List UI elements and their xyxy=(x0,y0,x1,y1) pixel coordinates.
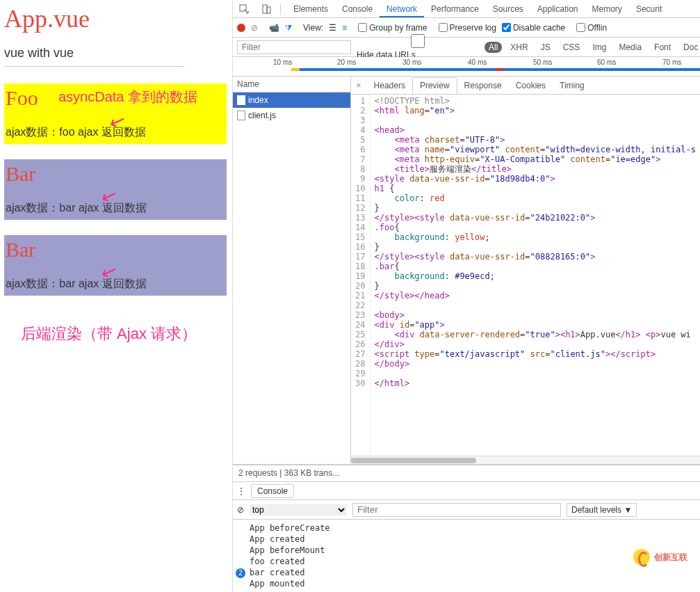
filter-css[interactable]: CSS xyxy=(559,42,585,53)
line-gutter: 1 2 3 4 5 6 7 8 9 10 11 12 13 14 15 16 1… xyxy=(351,95,371,456)
camera-icon[interactable]: 📹 xyxy=(269,23,279,33)
detail-tab-response[interactable]: Response xyxy=(457,78,509,93)
drawer-menu-icon[interactable]: ⋮ xyxy=(237,486,245,496)
file-icon xyxy=(237,95,245,105)
page-subtitle: vue with vue xyxy=(4,46,228,61)
hide-data-urls-checkbox[interactable]: Hide data URLs xyxy=(357,34,479,60)
type-filters: All XHR JS CSS Img Media Font Doc WS Man… xyxy=(485,42,700,53)
devtools-tabbar: Elements Console Network Performance Sou… xyxy=(233,0,700,18)
devtools-panel: Elements Console Network Performance Sou… xyxy=(233,0,700,592)
status-bar: 2 requests | 363 KB trans... xyxy=(233,465,700,481)
console-line[interactable]: App beforeMount xyxy=(233,545,700,556)
detail-tab-cookies[interactable]: Cookies xyxy=(509,78,553,93)
tab-sources[interactable]: Sources xyxy=(486,1,530,17)
clear-console-icon[interactable]: ⊘ xyxy=(237,505,244,515)
timeline[interactable]: 10 ms 20 ms 30 ms 40 ms 50 ms 60 ms 70 m… xyxy=(233,57,700,77)
view-large-icon[interactable]: ☰ xyxy=(329,23,336,33)
tick: 60 ms xyxy=(597,58,616,66)
clear-button[interactable]: ⊘ xyxy=(251,23,258,33)
rendered-page: App.vue vue with vue Foo asyncData 拿到的数据… xyxy=(0,0,233,592)
detail-tab-preview[interactable]: Preview xyxy=(412,77,457,94)
bar-heading-2: Bar xyxy=(4,238,227,262)
request-row-index[interactable]: index xyxy=(233,93,350,108)
close-icon[interactable]: × xyxy=(351,81,367,90)
devtools-tabs: Elements Console Network Performance Sou… xyxy=(286,1,669,17)
inspect-icon[interactable] xyxy=(236,4,252,14)
context-select[interactable]: top xyxy=(250,504,347,515)
console-filter: ⊘ top Default levels ▼ xyxy=(233,500,700,520)
device-icon[interactable] xyxy=(258,4,275,14)
request-row-clientjs[interactable]: client.js xyxy=(233,108,350,123)
foo-component: Foo asyncData 拿到的数据 ↙ ajax数据：foo ajax 返回… xyxy=(4,83,227,144)
view-label: View: xyxy=(303,23,323,33)
filter-js[interactable]: JS xyxy=(537,42,555,53)
bar-data: ajax数据：bar ajax 返回数据 xyxy=(4,201,227,216)
log-levels[interactable]: Default levels ▼ xyxy=(567,503,637,517)
console-line[interactable]: App mounted xyxy=(233,578,700,589)
separator xyxy=(280,3,281,15)
tick: 20 ms xyxy=(337,58,356,66)
console-line[interactable]: 2bar created xyxy=(233,567,700,578)
view-small-icon[interactable]: ≡ xyxy=(342,23,347,33)
filter-icon[interactable]: ⧩ xyxy=(285,23,292,33)
tick: 70 ms xyxy=(662,58,681,66)
tick: 10 ms xyxy=(273,58,292,66)
filter-doc[interactable]: Doc xyxy=(679,42,700,53)
console-output: App beforeCreate App created App beforeM… xyxy=(233,520,700,592)
footer-annotation: 后端渲染（带 Ajax 请求） xyxy=(21,323,228,344)
network-filterbar: Hide data URLs All XHR JS CSS Img Media … xyxy=(233,38,700,57)
annotation-label: asyncData 拿到的数据 xyxy=(58,88,197,106)
console-line[interactable]: App created xyxy=(233,534,700,545)
filter-img[interactable]: Img xyxy=(588,42,610,53)
code-content: <!DOCTYPE html> <html lang="en"> <head> … xyxy=(371,95,700,456)
tab-application[interactable]: Application xyxy=(530,1,585,17)
bar-data-2: ajax数据：bar ajax 返回数据 xyxy=(4,277,227,291)
detail-tab-timing[interactable]: Timing xyxy=(553,78,592,93)
watermark: 创新互联 xyxy=(633,549,687,566)
detail-tab-headers[interactable]: Headers xyxy=(367,78,412,93)
console-line[interactable]: App beforeCreate xyxy=(233,522,700,534)
drawer-tab-console[interactable]: Console xyxy=(251,484,294,498)
network-body: Name index client.js × Headers Preview R… xyxy=(233,77,700,465)
preview-code[interactable]: 1 2 3 4 5 6 7 8 9 10 11 12 13 14 15 16 1… xyxy=(351,95,700,456)
console-line[interactable]: foo created xyxy=(233,556,700,567)
tick: 30 ms xyxy=(402,58,421,66)
preserve-log-checkbox[interactable]: Preserve log xyxy=(439,23,496,33)
divider xyxy=(4,66,185,67)
bar-component-2: Bar ↙ ajax数据：bar ajax 返回数据 xyxy=(4,235,227,296)
console-filter-input[interactable] xyxy=(352,503,561,517)
group-frame-checkbox[interactable]: Group by frame xyxy=(358,23,427,33)
filter-media[interactable]: Media xyxy=(614,42,646,53)
offline-checkbox[interactable]: Offlin xyxy=(576,23,607,33)
horizontal-scrollbar[interactable] xyxy=(351,456,700,464)
column-header-name[interactable]: Name xyxy=(233,77,350,93)
console-drawer: ⋮ Console ⊘ top Default levels ▼ App bef… xyxy=(233,481,700,592)
filter-input[interactable] xyxy=(237,40,351,54)
svg-rect-1 xyxy=(263,5,267,13)
tab-network[interactable]: Network xyxy=(380,1,424,17)
filter-all[interactable]: All xyxy=(485,42,502,53)
tab-memory[interactable]: Memory xyxy=(585,1,629,17)
disable-cache-checkbox[interactable]: Disable cache xyxy=(502,23,565,33)
record-button[interactable] xyxy=(237,24,245,32)
page-title: App.vue xyxy=(4,4,228,33)
request-list: Name index client.js xyxy=(233,77,351,464)
tick: 50 ms xyxy=(533,58,552,66)
detail-pane: × Headers Preview Response Cookies Timin… xyxy=(351,77,700,464)
watermark-text: 创新互联 xyxy=(654,552,687,563)
repeat-badge: 2 xyxy=(236,568,245,578)
filter-font[interactable]: Font xyxy=(650,42,675,53)
tab-elements[interactable]: Elements xyxy=(286,1,335,17)
watermark-logo-icon xyxy=(633,549,650,566)
detail-tabs: × Headers Preview Response Cookies Timin… xyxy=(351,77,700,95)
tab-performance[interactable]: Performance xyxy=(424,1,486,17)
drawer-tabs: ⋮ Console xyxy=(233,482,700,500)
bar-heading: Bar xyxy=(4,162,227,186)
svg-rect-2 xyxy=(267,7,270,13)
timeline-strip xyxy=(291,68,700,71)
bar-component: Bar ↙ ajax数据：bar ajax 返回数据 xyxy=(4,159,227,220)
filter-xhr[interactable]: XHR xyxy=(506,42,532,53)
tick: 40 ms xyxy=(468,58,487,66)
tab-console[interactable]: Console xyxy=(335,1,380,17)
tab-security[interactable]: Securit xyxy=(629,1,669,17)
